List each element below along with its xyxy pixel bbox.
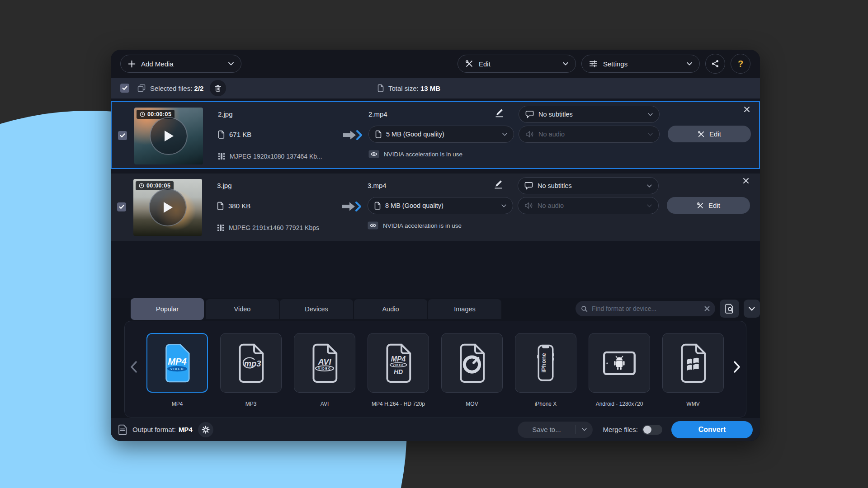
convert-button[interactable]: Convert <box>671 421 753 438</box>
quality-dropdown[interactable]: 5 MB (Good quality) <box>368 126 514 143</box>
row-edit-button[interactable]: Edit <box>668 126 751 142</box>
filmstrip-icon <box>217 224 224 231</box>
tab-video[interactable]: Video <box>206 299 279 319</box>
output-settings-button[interactable] <box>198 422 213 437</box>
chevron-down-icon[interactable] <box>576 428 593 431</box>
scroll-left-button[interactable] <box>130 361 137 373</box>
speech-bubble-icon <box>524 182 533 190</box>
format-card-iphone-x[interactable]: iPhone <box>515 333 576 393</box>
close-icon <box>743 178 749 184</box>
merge-files-toggle[interactable] <box>642 425 662 435</box>
format-label: MOV <box>435 401 509 407</box>
rename-pencil-icon[interactable] <box>494 107 505 118</box>
format-card-mp4[interactable]: MP4 VIDEO <box>146 333 208 393</box>
video-thumbnail[interactable]: 00:00:05 <box>133 179 202 236</box>
plus-icon <box>128 60 136 68</box>
format-panel: Popular Video Devices Audio Images <box>111 298 760 441</box>
svg-text:iPhone: iPhone <box>540 353 547 373</box>
browse-formats-button[interactable] <box>720 300 739 318</box>
chevron-down-icon <box>563 62 568 66</box>
svg-text:HD: HD <box>394 368 403 375</box>
audio-dropdown[interactable]: No audio <box>518 197 659 214</box>
remove-row-button[interactable] <box>744 106 750 113</box>
document-search-icon <box>725 304 734 314</box>
tab-images[interactable]: Images <box>428 299 501 319</box>
format-label: MP4 <box>140 401 214 407</box>
row-checkbox[interactable] <box>118 131 127 140</box>
subtitles-dropdown[interactable]: No subtitles <box>519 106 660 123</box>
mp3-format-icon: mp3 <box>232 341 270 385</box>
row-edit-button[interactable]: Edit <box>667 197 750 214</box>
file-row-1[interactable]: 00:00:05 2.jpg 671 KB MJPEG 868x488 13… <box>111 101 760 169</box>
target-file-name: 2.mp4 <box>368 110 387 118</box>
mp4-hd-format-icon: MP4 VIDEO HD <box>379 341 417 385</box>
chevron-down-icon <box>687 62 692 66</box>
format-card-avi[interactable]: AVI VIDEO <box>294 333 355 393</box>
search-input[interactable] <box>592 305 700 312</box>
question-mark-icon: ? <box>738 59 743 69</box>
tools-icon <box>698 131 705 138</box>
save-to-button[interactable]: Save to... <box>518 422 593 438</box>
tab-audio[interactable]: Audio <box>354 299 427 319</box>
format-card-wmv[interactable] <box>662 333 724 393</box>
format-card-mp4-hd[interactable]: MP4 VIDEO HD <box>368 333 429 393</box>
close-icon <box>744 106 750 113</box>
avi-format-icon: AVI VIDEO <box>306 341 344 385</box>
app-window: Add Media Edit Settings <box>111 50 760 441</box>
source-codec-info: MJPEG 2191x1460 77921 Kbps <box>217 224 319 231</box>
output-format-value: MP4 <box>179 426 193 433</box>
output-format-label: Output format: <box>132 426 176 433</box>
format-strip: MP4 VIDEO MP4 mp3 MP3 <box>124 321 746 418</box>
chevron-down-icon <box>647 204 652 207</box>
format-card-android[interactable] <box>589 333 650 393</box>
remove-files-button[interactable] <box>210 80 226 96</box>
total-size-value: 13 MB <box>420 84 440 92</box>
speech-bubble-icon <box>525 110 534 118</box>
row-checkbox[interactable] <box>117 202 126 211</box>
play-icon <box>161 201 174 214</box>
mov-quicktime-format-icon <box>453 341 491 385</box>
remove-row-button[interactable] <box>743 178 749 184</box>
gear-icon <box>202 426 210 434</box>
file-row-2[interactable]: 00:00:05 3.jpg 380 KB MJPEG 2191x1460 77… <box>111 174 760 241</box>
format-card-mov[interactable] <box>441 333 503 393</box>
svg-text:MP4: MP4 <box>168 357 186 366</box>
play-button[interactable] <box>150 117 188 155</box>
share-button[interactable] <box>705 54 725 74</box>
audio-dropdown[interactable]: No audio <box>519 126 660 143</box>
add-media-button[interactable]: Add Media <box>120 55 241 73</box>
subtitles-dropdown[interactable]: No subtitles <box>518 177 659 194</box>
tab-devices[interactable]: Devices <box>280 299 353 319</box>
file-icon <box>218 130 225 139</box>
chevron-down-icon <box>749 307 755 311</box>
selected-files-text: Selected files: 2/2 <box>150 84 203 92</box>
rename-pencil-icon[interactable] <box>493 178 504 189</box>
quality-dropdown[interactable]: 8 MB (Good quality) <box>368 197 513 214</box>
format-search <box>576 301 715 316</box>
sliders-icon <box>589 60 598 67</box>
select-all-checkbox[interactable] <box>120 84 129 93</box>
chevron-down-icon <box>647 184 652 188</box>
svg-text:mp3: mp3 <box>244 359 261 368</box>
edit-menu-label: Edit <box>479 60 491 68</box>
clear-search-icon[interactable] <box>704 306 710 311</box>
play-button[interactable] <box>149 188 187 226</box>
toggle-knob <box>643 426 651 434</box>
svg-text:VIDEO: VIDEO <box>393 364 404 366</box>
format-card-mp3[interactable]: mp3 <box>220 333 282 393</box>
tools-icon <box>465 60 473 68</box>
video-thumbnail[interactable]: 00:00:05 <box>134 108 203 164</box>
edit-menu-button[interactable]: Edit <box>458 55 576 73</box>
tab-popular[interactable]: Popular <box>131 298 204 320</box>
android-device-icon <box>599 341 640 385</box>
help-button[interactable]: ? <box>731 54 750 74</box>
scroll-right-button[interactable] <box>733 361 741 373</box>
trash-icon <box>215 84 221 92</box>
format-label: MP4 H.264 - HD 720p <box>361 401 435 407</box>
settings-menu-button[interactable]: Settings <box>581 55 700 73</box>
svg-text:AVI: AVI <box>317 357 331 366</box>
mp4-format-icon: MP4 VIDEO <box>158 341 196 385</box>
source-codec-info: MJPEG 868x488 137464 Kb... <box>218 153 322 160</box>
collapse-panel-button[interactable] <box>744 300 760 318</box>
clock-icon <box>140 112 145 117</box>
